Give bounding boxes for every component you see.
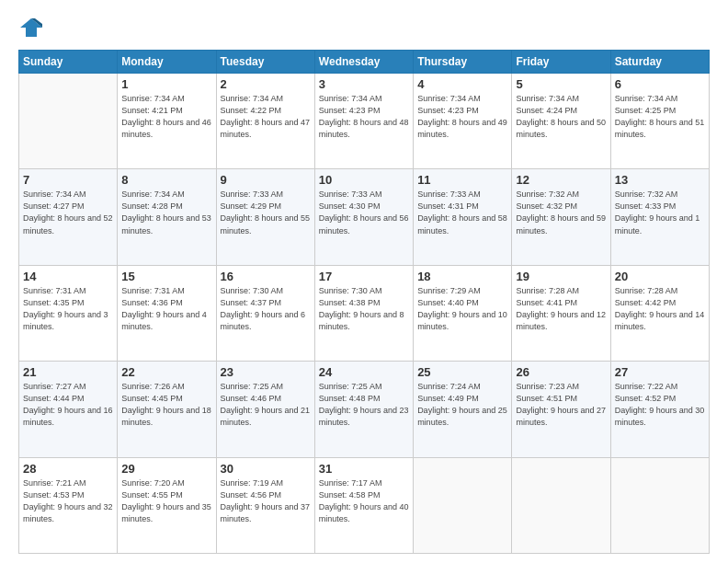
day-number: 14 bbox=[23, 270, 113, 283]
calendar-cell: 6Sunrise: 7:34 AMSunset: 4:25 PMDaylight… bbox=[610, 74, 709, 169]
calendar-cell: 17Sunrise: 7:30 AMSunset: 4:38 PMDayligh… bbox=[314, 265, 413, 361]
day-number: 13 bbox=[615, 173, 705, 187]
calendar-cell: 25Sunrise: 7:24 AMSunset: 4:49 PMDayligh… bbox=[414, 362, 512, 457]
calendar-cell: 31Sunrise: 7:17 AMSunset: 4:58 PMDayligh… bbox=[314, 457, 413, 553]
day-info: Sunrise: 7:32 AMSunset: 4:32 PMDaylight:… bbox=[516, 189, 606, 236]
calendar-cell bbox=[19, 74, 118, 169]
calendar-cell: 29Sunrise: 7:20 AMSunset: 4:55 PMDayligh… bbox=[118, 457, 216, 553]
day-number: 5 bbox=[516, 77, 606, 91]
day-info: Sunrise: 7:30 AMSunset: 4:37 PMDaylight:… bbox=[221, 285, 311, 333]
day-number: 21 bbox=[23, 365, 113, 379]
header bbox=[18, 15, 710, 40]
day-info: Sunrise: 7:34 AMSunset: 4:23 PMDaylight:… bbox=[319, 93, 409, 141]
page: SundayMondayTuesdayWednesdayThursdayFrid… bbox=[0, 0, 728, 563]
col-header-sunday: Sunday bbox=[19, 51, 118, 74]
day-number: 31 bbox=[319, 462, 409, 476]
day-number: 17 bbox=[319, 270, 409, 283]
day-number: 16 bbox=[221, 270, 311, 283]
calendar-cell: 19Sunrise: 7:28 AMSunset: 4:41 PMDayligh… bbox=[512, 265, 610, 361]
day-number: 8 bbox=[121, 173, 211, 187]
day-number: 24 bbox=[319, 365, 409, 379]
calendar-cell: 26Sunrise: 7:23 AMSunset: 4:51 PMDayligh… bbox=[512, 362, 610, 457]
calendar-cell: 12Sunrise: 7:32 AMSunset: 4:32 PMDayligh… bbox=[512, 169, 610, 265]
day-number: 29 bbox=[121, 462, 211, 476]
calendar-cell: 2Sunrise: 7:34 AMSunset: 4:22 PMDaylight… bbox=[216, 74, 314, 169]
col-header-tuesday: Tuesday bbox=[216, 51, 314, 74]
day-info: Sunrise: 7:17 AMSunset: 4:58 PMDaylight:… bbox=[319, 477, 409, 525]
day-number: 2 bbox=[221, 77, 311, 91]
calendar-cell: 16Sunrise: 7:30 AMSunset: 4:37 PMDayligh… bbox=[216, 265, 314, 361]
day-number: 10 bbox=[319, 173, 409, 187]
day-info: Sunrise: 7:32 AMSunset: 4:33 PMDaylight:… bbox=[615, 189, 705, 236]
day-number: 11 bbox=[417, 173, 507, 187]
calendar-cell: 8Sunrise: 7:34 AMSunset: 4:28 PMDaylight… bbox=[118, 169, 216, 265]
day-number: 25 bbox=[417, 365, 507, 379]
calendar-cell: 13Sunrise: 7:32 AMSunset: 4:33 PMDayligh… bbox=[610, 169, 709, 265]
logo bbox=[18, 15, 48, 40]
calendar-week-2: 7Sunrise: 7:34 AMSunset: 4:27 PMDaylight… bbox=[19, 169, 710, 265]
day-number: 1 bbox=[121, 77, 211, 91]
day-info: Sunrise: 7:25 AMSunset: 4:48 PMDaylight:… bbox=[319, 381, 409, 429]
calendar-cell: 22Sunrise: 7:26 AMSunset: 4:45 PMDayligh… bbox=[118, 362, 216, 457]
day-info: Sunrise: 7:28 AMSunset: 4:41 PMDaylight:… bbox=[516, 285, 606, 333]
calendar-cell: 10Sunrise: 7:33 AMSunset: 4:30 PMDayligh… bbox=[314, 169, 413, 265]
day-number: 6 bbox=[615, 77, 705, 91]
day-number: 20 bbox=[615, 270, 705, 283]
day-info: Sunrise: 7:34 AMSunset: 4:28 PMDaylight:… bbox=[121, 189, 211, 236]
col-header-thursday: Thursday bbox=[414, 51, 512, 74]
day-info: Sunrise: 7:28 AMSunset: 4:42 PMDaylight:… bbox=[615, 285, 705, 333]
day-info: Sunrise: 7:34 AMSunset: 4:22 PMDaylight:… bbox=[221, 93, 311, 141]
day-info: Sunrise: 7:31 AMSunset: 4:36 PMDaylight:… bbox=[121, 285, 211, 333]
calendar-cell: 3Sunrise: 7:34 AMSunset: 4:23 PMDaylight… bbox=[314, 74, 413, 169]
day-number: 3 bbox=[319, 77, 409, 91]
day-info: Sunrise: 7:20 AMSunset: 4:55 PMDaylight:… bbox=[121, 477, 211, 525]
day-number: 4 bbox=[417, 77, 507, 91]
col-header-monday: Monday bbox=[118, 51, 216, 74]
calendar-cell bbox=[610, 457, 709, 553]
day-info: Sunrise: 7:33 AMSunset: 4:29 PMDaylight:… bbox=[221, 189, 311, 236]
calendar-week-4: 21Sunrise: 7:27 AMSunset: 4:44 PMDayligh… bbox=[19, 362, 710, 457]
day-number: 7 bbox=[23, 173, 113, 187]
calendar-cell: 30Sunrise: 7:19 AMSunset: 4:56 PMDayligh… bbox=[216, 457, 314, 553]
calendar-cell: 20Sunrise: 7:28 AMSunset: 4:42 PMDayligh… bbox=[610, 265, 709, 361]
calendar-cell: 11Sunrise: 7:33 AMSunset: 4:31 PMDayligh… bbox=[414, 169, 512, 265]
calendar-cell: 15Sunrise: 7:31 AMSunset: 4:36 PMDayligh… bbox=[118, 265, 216, 361]
day-info: Sunrise: 7:23 AMSunset: 4:51 PMDaylight:… bbox=[516, 381, 606, 429]
calendar-cell: 27Sunrise: 7:22 AMSunset: 4:52 PMDayligh… bbox=[610, 362, 709, 457]
col-header-friday: Friday bbox=[512, 51, 610, 74]
logo-icon bbox=[18, 15, 44, 40]
col-header-saturday: Saturday bbox=[610, 51, 709, 74]
calendar-cell: 9Sunrise: 7:33 AMSunset: 4:29 PMDaylight… bbox=[216, 169, 314, 265]
calendar-cell: 21Sunrise: 7:27 AMSunset: 4:44 PMDayligh… bbox=[19, 362, 118, 457]
day-number: 30 bbox=[221, 462, 311, 476]
day-info: Sunrise: 7:34 AMSunset: 4:24 PMDaylight:… bbox=[516, 93, 606, 141]
day-info: Sunrise: 7:19 AMSunset: 4:56 PMDaylight:… bbox=[221, 477, 311, 525]
col-header-wednesday: Wednesday bbox=[314, 51, 413, 74]
day-info: Sunrise: 7:31 AMSunset: 4:35 PMDaylight:… bbox=[23, 285, 113, 333]
day-info: Sunrise: 7:22 AMSunset: 4:52 PMDaylight:… bbox=[615, 381, 705, 429]
calendar-week-1: 1Sunrise: 7:34 AMSunset: 4:21 PMDaylight… bbox=[19, 74, 710, 169]
calendar-cell: 5Sunrise: 7:34 AMSunset: 4:24 PMDaylight… bbox=[512, 74, 610, 169]
calendar-cell bbox=[414, 457, 512, 553]
calendar-cell: 4Sunrise: 7:34 AMSunset: 4:23 PMDaylight… bbox=[414, 74, 512, 169]
day-number: 12 bbox=[516, 173, 606, 187]
calendar-cell bbox=[512, 457, 610, 553]
day-number: 26 bbox=[516, 365, 606, 379]
day-info: Sunrise: 7:21 AMSunset: 4:53 PMDaylight:… bbox=[23, 477, 113, 525]
calendar-table: SundayMondayTuesdayWednesdayThursdayFrid… bbox=[18, 50, 710, 554]
calendar-cell: 23Sunrise: 7:25 AMSunset: 4:46 PMDayligh… bbox=[216, 362, 314, 457]
day-info: Sunrise: 7:26 AMSunset: 4:45 PMDaylight:… bbox=[121, 381, 211, 429]
day-number: 19 bbox=[516, 270, 606, 283]
day-info: Sunrise: 7:30 AMSunset: 4:38 PMDaylight:… bbox=[319, 285, 409, 333]
day-number: 23 bbox=[221, 365, 311, 379]
day-info: Sunrise: 7:34 AMSunset: 4:21 PMDaylight:… bbox=[121, 93, 211, 141]
calendar-header-row: SundayMondayTuesdayWednesdayThursdayFrid… bbox=[19, 51, 710, 74]
day-info: Sunrise: 7:33 AMSunset: 4:31 PMDaylight:… bbox=[417, 189, 507, 236]
day-info: Sunrise: 7:34 AMSunset: 4:23 PMDaylight:… bbox=[417, 93, 507, 141]
day-info: Sunrise: 7:27 AMSunset: 4:44 PMDaylight:… bbox=[23, 381, 113, 429]
calendar-cell: 24Sunrise: 7:25 AMSunset: 4:48 PMDayligh… bbox=[314, 362, 413, 457]
day-info: Sunrise: 7:34 AMSunset: 4:25 PMDaylight:… bbox=[615, 93, 705, 141]
day-number: 18 bbox=[417, 270, 507, 283]
day-info: Sunrise: 7:25 AMSunset: 4:46 PMDaylight:… bbox=[221, 381, 311, 429]
day-number: 28 bbox=[23, 462, 113, 476]
